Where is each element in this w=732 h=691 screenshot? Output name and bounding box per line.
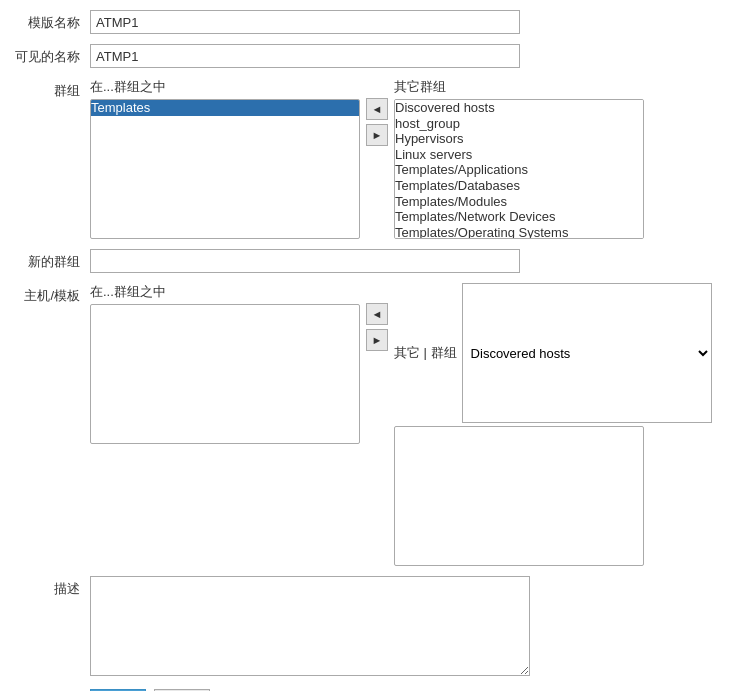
group-label: 群组 [10,78,90,100]
move-right-button[interactable]: ► [366,124,388,146]
description-label: 描述 [10,576,90,598]
host-template-label: 主机/模板 [10,283,90,305]
host-other-group-listbox[interactable] [394,426,644,566]
other-hosts-label: 其它 | 群组 [394,344,457,362]
visible-name-label: 可见的名称 [10,44,90,66]
new-group-label: 新的群组 [10,249,90,271]
other-group-listbox[interactable]: Discovered hosts host_group Hypervisors … [394,99,644,239]
description-textarea[interactable] [90,576,530,676]
other-hosts-dropdown[interactable]: Discovered hosts host_group Hypervisors … [462,283,712,423]
in-group-label: 在...群组之中 [90,78,360,96]
move-left-button[interactable]: ◄ [366,98,388,120]
in-group-listbox[interactable]: Templates [90,99,360,239]
visible-name-input[interactable] [90,44,520,68]
host-move-left-button[interactable]: ◄ [366,303,388,325]
template-name-label: 模版名称 [10,10,90,32]
template-name-input[interactable] [90,10,520,34]
host-in-group-listbox[interactable] [90,304,360,444]
new-group-input[interactable] [90,249,520,273]
other-group-label: 其它群组 [394,78,644,96]
host-move-right-button[interactable]: ► [366,329,388,351]
host-in-group-label: 在...群组之中 [90,283,360,301]
